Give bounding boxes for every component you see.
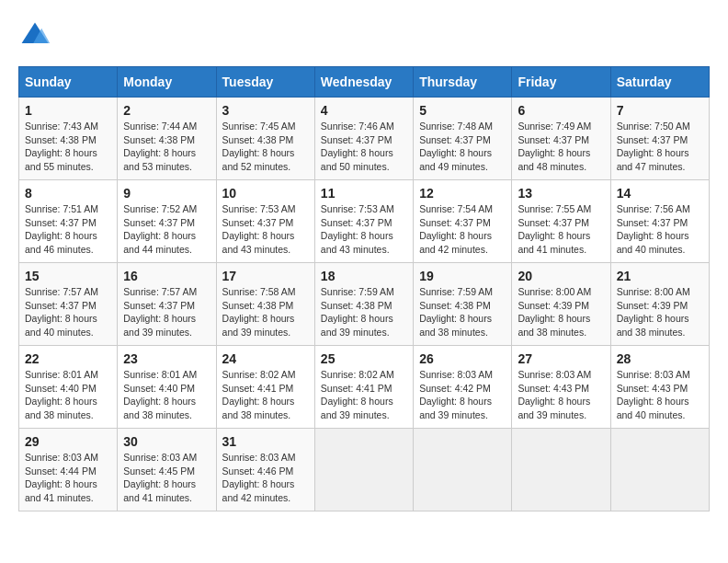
page-header (18, 18, 710, 52)
day-detail: Sunrise: 7:59 AM Sunset: 4:38 PM Dayligh… (321, 285, 407, 339)
header-row: SundayMondayTuesdayWednesdayThursdayFrid… (19, 67, 710, 98)
calendar-cell: 17Sunrise: 7:58 AM Sunset: 4:38 PM Dayli… (216, 263, 314, 346)
calendar-cell: 26Sunrise: 8:03 AM Sunset: 4:42 PM Dayli… (414, 346, 512, 429)
calendar-cell: 20Sunrise: 8:00 AM Sunset: 4:39 PM Dayli… (512, 263, 610, 346)
day-detail: Sunrise: 7:53 AM Sunset: 4:37 PM Dayligh… (321, 202, 407, 257)
calendar-cell: 2Sunrise: 7:44 AM Sunset: 4:38 PM Daylig… (118, 98, 216, 180)
day-number: 6 (518, 103, 604, 118)
calendar-row: 29Sunrise: 8:03 AM Sunset: 4:44 PM Dayli… (19, 429, 710, 511)
day-number: 14 (617, 186, 703, 201)
day-detail: Sunrise: 7:55 AM Sunset: 4:37 PM Dayligh… (518, 202, 604, 257)
calendar-cell: 21Sunrise: 8:00 AM Sunset: 4:39 PM Dayli… (610, 263, 709, 346)
day-detail: Sunrise: 8:03 AM Sunset: 4:43 PM Dayligh… (617, 368, 703, 422)
calendar-cell: 25Sunrise: 8:02 AM Sunset: 4:41 PM Dayli… (314, 346, 413, 429)
day-number: 18 (321, 269, 407, 283)
day-detail: Sunrise: 7:46 AM Sunset: 4:37 PM Dayligh… (321, 120, 407, 174)
calendar-body: 1Sunrise: 7:43 AM Sunset: 4:38 PM Daylig… (19, 98, 710, 511)
calendar-row: 15Sunrise: 7:57 AM Sunset: 4:37 PM Dayli… (19, 263, 710, 346)
calendar-cell: 15Sunrise: 7:57 AM Sunset: 4:37 PM Dayli… (19, 263, 118, 346)
day-number: 7 (617, 103, 703, 118)
day-detail: Sunrise: 7:54 AM Sunset: 4:37 PM Dayligh… (419, 202, 506, 257)
header-cell: Sunday (19, 67, 118, 98)
day-detail: Sunrise: 7:51 AM Sunset: 4:37 PM Dayligh… (25, 202, 111, 257)
day-detail: Sunrise: 7:43 AM Sunset: 4:38 PM Dayligh… (25, 120, 111, 174)
calendar-cell: 10Sunrise: 7:53 AM Sunset: 4:37 PM Dayli… (216, 180, 314, 263)
calendar-cell: 6Sunrise: 7:49 AM Sunset: 4:37 PM Daylig… (512, 98, 610, 180)
calendar-table: SundayMondayTuesdayWednesdayThursdayFrid… (18, 66, 710, 511)
day-number: 17 (222, 269, 309, 283)
calendar-cell: 3Sunrise: 7:45 AM Sunset: 4:38 PM Daylig… (216, 98, 314, 180)
day-number: 28 (617, 351, 703, 366)
calendar-cell: 29Sunrise: 8:03 AM Sunset: 4:44 PM Dayli… (19, 429, 118, 511)
day-number: 16 (123, 269, 210, 283)
day-number: 26 (419, 351, 506, 366)
day-detail: Sunrise: 7:52 AM Sunset: 4:37 PM Dayligh… (123, 202, 210, 257)
calendar-cell: 11Sunrise: 7:53 AM Sunset: 4:37 PM Dayli… (314, 180, 413, 263)
calendar-cell: 16Sunrise: 7:57 AM Sunset: 4:37 PM Dayli… (118, 263, 216, 346)
day-number: 29 (25, 434, 111, 449)
calendar-cell: 8Sunrise: 7:51 AM Sunset: 4:37 PM Daylig… (19, 180, 118, 263)
day-detail: Sunrise: 7:57 AM Sunset: 4:37 PM Dayligh… (25, 285, 111, 339)
day-number: 22 (25, 351, 111, 366)
day-number: 2 (123, 103, 210, 118)
day-number: 21 (617, 269, 703, 283)
calendar-cell: 30Sunrise: 8:03 AM Sunset: 4:45 PM Dayli… (118, 429, 216, 511)
calendar-cell: 4Sunrise: 7:46 AM Sunset: 4:37 PM Daylig… (314, 98, 413, 180)
day-detail: Sunrise: 7:49 AM Sunset: 4:37 PM Dayligh… (518, 120, 604, 174)
calendar-cell (512, 429, 610, 511)
day-number: 13 (518, 186, 604, 201)
calendar-cell: 5Sunrise: 7:48 AM Sunset: 4:37 PM Daylig… (414, 98, 512, 180)
header-cell: Tuesday (216, 67, 314, 98)
day-detail: Sunrise: 7:57 AM Sunset: 4:37 PM Dayligh… (123, 285, 210, 339)
header-cell: Thursday (414, 67, 512, 98)
calendar-cell (314, 429, 413, 511)
calendar-cell: 9Sunrise: 7:52 AM Sunset: 4:37 PM Daylig… (118, 180, 216, 263)
calendar-cell: 18Sunrise: 7:59 AM Sunset: 4:38 PM Dayli… (314, 263, 413, 346)
day-detail: Sunrise: 8:03 AM Sunset: 4:45 PM Dayligh… (123, 451, 210, 505)
day-detail: Sunrise: 8:03 AM Sunset: 4:46 PM Dayligh… (222, 451, 309, 505)
day-number: 12 (419, 186, 506, 201)
calendar-cell (414, 429, 512, 511)
calendar-cell: 13Sunrise: 7:55 AM Sunset: 4:37 PM Dayli… (512, 180, 610, 263)
calendar-cell: 1Sunrise: 7:43 AM Sunset: 4:38 PM Daylig… (19, 98, 118, 180)
day-detail: Sunrise: 8:01 AM Sunset: 4:40 PM Dayligh… (25, 368, 111, 422)
calendar-header: SundayMondayTuesdayWednesdayThursdayFrid… (19, 67, 710, 98)
day-number: 10 (222, 186, 309, 201)
day-number: 8 (25, 186, 111, 201)
day-number: 4 (321, 103, 407, 118)
day-detail: Sunrise: 8:00 AM Sunset: 4:39 PM Dayligh… (617, 285, 703, 339)
calendar-row: 8Sunrise: 7:51 AM Sunset: 4:37 PM Daylig… (19, 180, 710, 263)
day-number: 27 (518, 351, 604, 366)
day-detail: Sunrise: 7:50 AM Sunset: 4:37 PM Dayligh… (617, 120, 703, 174)
calendar-cell (610, 429, 709, 511)
calendar-cell: 23Sunrise: 8:01 AM Sunset: 4:40 PM Dayli… (118, 346, 216, 429)
calendar-cell: 31Sunrise: 8:03 AM Sunset: 4:46 PM Dayli… (216, 429, 314, 511)
day-number: 3 (222, 103, 309, 118)
calendar-cell: 7Sunrise: 7:50 AM Sunset: 4:37 PM Daylig… (610, 98, 709, 180)
calendar-row: 1Sunrise: 7:43 AM Sunset: 4:38 PM Daylig… (19, 98, 710, 180)
day-number: 15 (25, 269, 111, 283)
day-number: 23 (123, 351, 210, 366)
day-detail: Sunrise: 7:48 AM Sunset: 4:37 PM Dayligh… (419, 120, 506, 174)
day-number: 30 (123, 434, 210, 449)
day-detail: Sunrise: 8:03 AM Sunset: 4:44 PM Dayligh… (25, 451, 111, 505)
day-detail: Sunrise: 8:03 AM Sunset: 4:42 PM Dayligh… (419, 368, 506, 422)
day-number: 11 (321, 186, 407, 201)
header-cell: Monday (118, 67, 216, 98)
calendar-cell: 22Sunrise: 8:01 AM Sunset: 4:40 PM Dayli… (19, 346, 118, 429)
logo (18, 18, 55, 52)
day-detail: Sunrise: 7:58 AM Sunset: 4:38 PM Dayligh… (222, 285, 309, 339)
calendar-cell: 14Sunrise: 7:56 AM Sunset: 4:37 PM Dayli… (610, 180, 709, 263)
day-number: 24 (222, 351, 309, 366)
day-number: 5 (419, 103, 506, 118)
logo-icon (18, 18, 51, 52)
day-detail: Sunrise: 8:02 AM Sunset: 4:41 PM Dayligh… (222, 368, 309, 422)
calendar-cell: 19Sunrise: 7:59 AM Sunset: 4:38 PM Dayli… (414, 263, 512, 346)
day-number: 25 (321, 351, 407, 366)
calendar-row: 22Sunrise: 8:01 AM Sunset: 4:40 PM Dayli… (19, 346, 710, 429)
day-detail: Sunrise: 8:03 AM Sunset: 4:43 PM Dayligh… (518, 368, 604, 422)
day-detail: Sunrise: 7:59 AM Sunset: 4:38 PM Dayligh… (419, 285, 506, 339)
day-number: 9 (123, 186, 210, 201)
day-number: 19 (419, 269, 506, 283)
day-detail: Sunrise: 7:44 AM Sunset: 4:38 PM Dayligh… (123, 120, 210, 174)
